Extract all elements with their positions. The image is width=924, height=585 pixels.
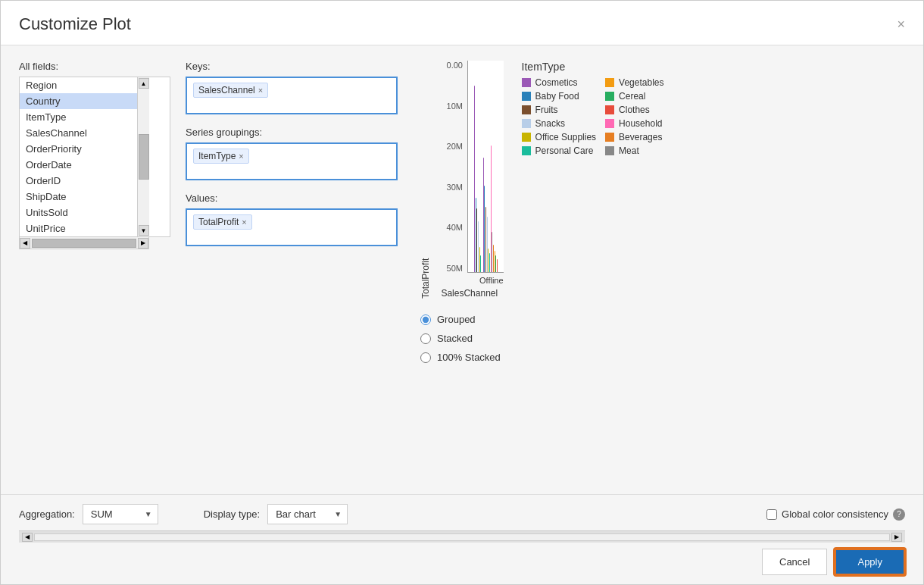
bar-fruits-online [485,207,486,272]
aggregation-select-wrapper: SUM AVG MIN MAX COUNT ▼ [83,504,158,524]
itemtype-tag-remove[interactable]: × [239,152,243,161]
scroll-thumb[interactable] [139,134,149,180]
list-item[interactable]: UnitPrice [20,221,137,236]
legend-color-household [605,119,614,128]
list-item[interactable]: UnitsSold [20,205,137,221]
cancel-button[interactable]: Cancel [762,549,827,575]
radio-100stacked[interactable]: 100% Stacked [420,352,501,363]
legend-color-meat [605,146,614,155]
legend-label: Vegetables [619,77,663,88]
bar-beverages-online [493,245,494,272]
right-panel: TotalProfit 50M 40M 30M 20M 10M 0.00 [420,61,905,479]
list-item[interactable]: OrderDate [20,157,137,173]
legend-label: Snacks [535,118,565,129]
x-axis-labels: Offline [435,276,504,285]
keys-label: Keys: [186,61,405,72]
dialog-body: All fields: Region Country ItemType Sale… [1,45,923,494]
legend-color-babyfood [522,92,531,101]
legend-item-fruits: Fruits [522,105,597,115]
y-tick: 20M [435,142,463,151]
x-axis-title: SalesChannel [435,288,504,299]
list-item[interactable]: Country [20,93,137,109]
chart-plot-area: 50M 40M 30M 20M 10M 0.00 [435,61,504,299]
values-box: Values: TotalProfit × [186,192,405,246]
fields-list-container: Region Country ItemType SalesChannel Ord… [19,77,170,237]
hscroll-left-btn[interactable]: ◀ [22,533,33,542]
legend-item-clothes: Clothes [605,105,680,115]
series-input[interactable]: ItemType × [186,142,398,180]
legend-item-meat: Meat [605,145,680,156]
aggregation-select[interactable]: SUM AVG MIN MAX COUNT [83,504,158,524]
help-icon[interactable]: ? [893,508,905,521]
bottom-scrollbar[interactable]: ◀ ▶ [19,530,905,543]
legend-color-clothes [605,105,614,114]
hscroll-thumb[interactable] [32,239,136,248]
saleschannel-tag-remove[interactable]: × [258,86,263,95]
radio-options-section: Grouped Stacked 100% Stacked [420,314,501,363]
legend-label: Personal Care [535,145,594,156]
list-item[interactable]: SalesChannel [20,125,137,141]
values-input[interactable]: TotalProfit × [186,208,398,246]
legend-color-vegetables [605,78,614,87]
legend-label: Fruits [535,105,558,115]
legend-label: Baby Food [535,91,579,102]
bar-personalcare [480,255,481,272]
legend-label: Cereal [619,91,645,102]
chart-legend: ItemType Cosmetics Vegetables Baby Fo [522,61,680,299]
bar-babyfood-online [484,186,485,272]
scroll-down-arrow[interactable]: ▼ [139,225,149,236]
hscroll-right-btn[interactable]: ▶ [891,533,902,542]
list-item[interactable]: ItemType [20,109,137,125]
dialog-header: Customize Plot × [1,1,923,45]
saleschannel-tag: SalesChannel × [193,83,268,98]
totalprofit-tag-remove[interactable]: × [242,218,246,227]
legend-label: Meat [619,145,639,156]
radio-stacked-label: Stacked [437,333,473,344]
itemtype-tag: ItemType × [193,149,249,164]
legend-item-vegetables: Vegetables [605,77,680,88]
footer-buttons: Cancel Apply [19,549,905,575]
bar-clothes-online [497,259,498,272]
close-button[interactable]: × [897,17,905,31]
legend-item-cereal: Cereal [605,91,680,102]
legend-item-snacks: Snacks [522,118,597,129]
bar-vegetables-online [495,251,495,272]
display-type-select[interactable]: Bar chart Line chart Area chart Scatter … [267,504,348,524]
legend-item-household: Household [605,118,680,129]
list-item[interactable]: OrderPriority [20,141,137,157]
bar-snacks-online [487,217,488,272]
legend-label: Office Supplies [535,132,597,142]
radio-100stacked-label: 100% Stacked [437,352,501,363]
x-tick-offline: Offline [479,276,504,285]
hscroll-bar[interactable] [34,533,890,541]
legend-label: Household [619,118,662,129]
bar-babyfood [476,198,476,272]
left-panel: All fields: Region Country ItemType Sale… [19,61,170,479]
bar-household-online [491,145,492,272]
bar-personalcare-online [489,253,490,272]
list-item[interactable]: OrderID [20,173,137,189]
legend-grid: Cosmetics Vegetables Baby Food Cere [522,77,680,156]
bar-cosmetics-online [483,158,484,272]
vertical-scrollbar[interactable]: ▲ ▼ [137,77,149,236]
scroll-left-arrow[interactable]: ◀ [20,238,30,249]
list-item[interactable]: Region [20,77,137,93]
global-color-checkbox[interactable] [766,509,777,520]
y-tick: 40M [435,223,463,232]
legend-color-officesupplies [522,133,531,142]
radio-stacked-input[interactable] [420,333,431,344]
scroll-up-arrow[interactable]: ▲ [139,78,149,89]
dialog-title: Customize Plot [19,14,131,34]
legend-label: Cosmetics [535,77,578,88]
apply-button[interactable]: Apply [835,549,905,575]
fields-section: All fields: Region Country ItemType Sale… [19,61,170,249]
radio-grouped[interactable]: Grouped [420,314,501,325]
legend-item-babyfood: Baby Food [522,91,597,102]
keys-input[interactable]: SalesChannel × [186,77,398,114]
radio-100stacked-input[interactable] [420,352,431,363]
scroll-right-arrow[interactable]: ▶ [138,238,148,249]
radio-stacked[interactable]: Stacked [420,333,501,344]
radio-grouped-input[interactable] [420,314,431,325]
list-item[interactable]: ShipDate [20,189,137,205]
horizontal-scrollbar[interactable]: ◀ ▶ [19,237,149,249]
